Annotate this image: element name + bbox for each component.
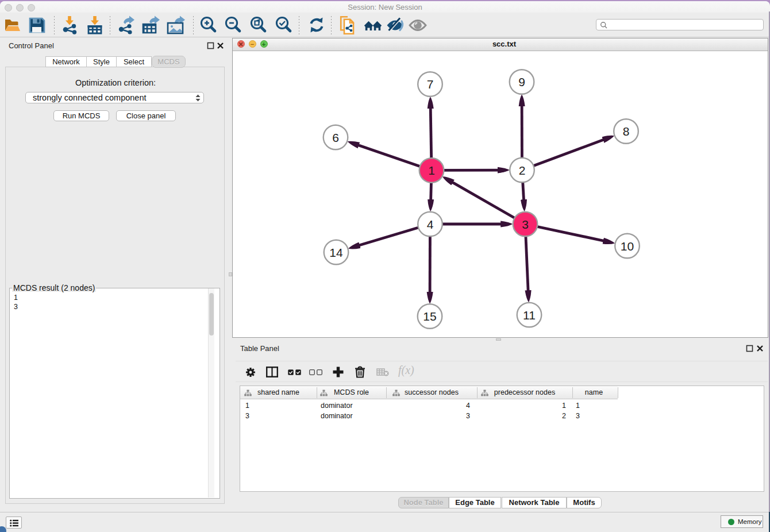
svg-text:11: 11 bbox=[523, 309, 536, 322]
svg-text:15: 15 bbox=[423, 310, 436, 323]
svg-text:6: 6 bbox=[332, 131, 339, 144]
svg-text:3: 3 bbox=[522, 218, 529, 231]
svg-text:14: 14 bbox=[329, 246, 343, 259]
svg-text:2: 2 bbox=[519, 164, 526, 177]
svg-text:7: 7 bbox=[427, 78, 434, 91]
svg-text:10: 10 bbox=[621, 240, 634, 253]
svg-text:1: 1 bbox=[428, 164, 435, 177]
svg-text:4: 4 bbox=[427, 218, 434, 231]
svg-text:8: 8 bbox=[623, 125, 630, 138]
svg-text:9: 9 bbox=[518, 75, 525, 88]
